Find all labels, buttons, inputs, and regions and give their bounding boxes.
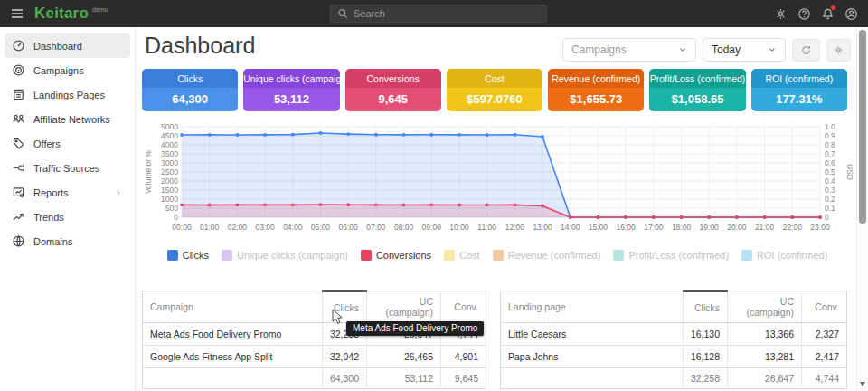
- sidebar-item-campaigns[interactable]: Campaigns: [5, 58, 130, 82]
- legend-item-clicks[interactable]: Clicks: [167, 250, 209, 261]
- notifications-icon[interactable]: [816, 0, 839, 27]
- search-input[interactable]: [354, 8, 540, 19]
- account-icon[interactable]: [839, 0, 863, 27]
- campaigns-filter-select[interactable]: Campaigns: [562, 38, 696, 62]
- sidebar-item-traffic-sources[interactable]: Traffic Sources: [5, 156, 130, 180]
- settings-icon[interactable]: [769, 0, 792, 27]
- metric-card-revenue-confirmed-: Revenue (confirmed)$1,655.73: [548, 69, 644, 111]
- column-header-clicks[interactable]: Clicks: [683, 291, 727, 323]
- table-cell: 26,465: [367, 346, 441, 368]
- legend-item-cost[interactable]: Cost: [444, 250, 480, 261]
- sidebar-item-affiliate-networks[interactable]: Affiliate Networks: [5, 107, 130, 131]
- scrollbar-down-arrow-icon[interactable]: [860, 382, 865, 386]
- svg-text:20:00: 20:00: [727, 223, 747, 232]
- column-header-uc-campaign-[interactable]: UC (campaign): [367, 291, 441, 323]
- sidebar-item-dashboard[interactable]: Dashboard: [5, 33, 130, 58]
- column-header-campaign[interactable]: Campaign: [143, 291, 323, 323]
- target-icon: [12, 63, 25, 77]
- sidebar-item-label: Campaigns: [33, 65, 123, 76]
- chevron-right-icon: [114, 188, 123, 197]
- topbar: Keitaro demo: [0, 0, 868, 27]
- legend-swatch: [444, 250, 455, 261]
- logo[interactable]: Keitaro demo: [34, 0, 108, 27]
- column-header-clicks[interactable]: Clicks: [322, 291, 366, 323]
- refresh-icon: [800, 44, 812, 56]
- sidebar-item-offers[interactable]: Offers: [5, 131, 130, 156]
- table-cell: Meta Ads Food Delivery Promo: [143, 323, 323, 346]
- totals-row: 64,30053,1129,645: [143, 368, 486, 389]
- legend-label: Unique clicks (campaign): [237, 250, 348, 261]
- totals-cell: [143, 368, 323, 389]
- legend-swatch: [741, 250, 752, 261]
- svg-text:12:00: 12:00: [505, 223, 525, 232]
- legend-item-unique-clicks-campaign-[interactable]: Unique clicks (campaign): [222, 250, 348, 261]
- metric-card-label: Cost: [447, 69, 542, 88]
- dashboard-settings-button[interactable]: [826, 39, 851, 62]
- metric-card-conversions: Conversions9,645: [345, 69, 441, 111]
- totals-cell: 26,647: [728, 368, 802, 389]
- metric-card-value: 9,645: [345, 88, 441, 111]
- metric-card-roi-confirmed-: ROI (confirmed)177.31%: [751, 69, 847, 111]
- legend-item-profit-loss-confirmed-[interactable]: Profit/Loss (confirmed): [613, 250, 729, 261]
- logo-badge: demo: [92, 6, 108, 13]
- legend-swatch: [361, 250, 372, 261]
- metric-card-label: Clicks: [142, 69, 238, 88]
- help-icon[interactable]: [792, 0, 816, 27]
- column-header-uc-campaign-[interactable]: UC (campaign): [728, 291, 802, 323]
- svg-text:2000: 2000: [161, 176, 178, 186]
- column-header-conv-[interactable]: Conv.: [441, 291, 486, 323]
- table-row[interactable]: Little Caesars16,13013,3662,327: [501, 323, 847, 346]
- split-icon: [12, 161, 25, 175]
- scrollbar-thumb[interactable]: [859, 30, 866, 224]
- legend-item-roi-confirmed-[interactable]: ROI (confirmed): [741, 250, 827, 261]
- menu-icon[interactable]: [4, 0, 31, 27]
- svg-text:0.8: 0.8: [825, 140, 835, 149]
- table-cell: 13,366: [728, 323, 802, 346]
- table-row[interactable]: Google Ads Fitness App Split32,04226,465…: [143, 346, 486, 368]
- metric-card-label: Profit/Loss (confirmed): [649, 69, 745, 88]
- svg-text:09:00: 09:00: [422, 223, 442, 232]
- legend-label: Profit/Loss (confirmed): [628, 250, 729, 261]
- svg-text:14:00: 14:00: [561, 223, 580, 232]
- gear-icon: [834, 45, 844, 55]
- sidebar-item-trends[interactable]: Trends: [5, 205, 130, 229]
- campaigns-table: CampaignClicksUC (campaign)Conv.Meta Ads…: [142, 290, 486, 389]
- sidebar-item-label: Affiliate Networks: [33, 114, 123, 125]
- svg-text:3000: 3000: [161, 158, 178, 167]
- svg-text:07:00: 07:00: [366, 223, 386, 232]
- period-value: Today: [712, 43, 741, 56]
- svg-text:08:00: 08:00: [394, 223, 414, 232]
- table-row[interactable]: Papa Johns16,12813,2812,417: [501, 346, 847, 368]
- svg-text:02:00: 02:00: [228, 223, 248, 232]
- metric-card-clicks: Clicks64,300: [142, 69, 238, 111]
- legend-item-conversions[interactable]: Conversions: [361, 250, 431, 261]
- metric-card-label: Conversions: [345, 69, 441, 88]
- sidebar-item-reports[interactable]: Reports: [5, 180, 130, 205]
- page-title: Dashboard: [145, 33, 255, 59]
- svg-text:15:00: 15:00: [589, 223, 609, 232]
- svg-text:1500: 1500: [161, 186, 178, 195]
- legend-item-revenue-confirmed-[interactable]: Revenue (confirmed): [493, 250, 601, 261]
- totals-cell: 32,258: [683, 368, 727, 389]
- svg-text:0.7: 0.7: [825, 149, 835, 158]
- report-icon: [12, 186, 25, 199]
- legend-swatch: [493, 250, 504, 261]
- period-select[interactable]: Today: [703, 38, 786, 62]
- metric-card-profit-loss-confirmed-: Profit/Loss (confirmed)$1,058.65: [649, 69, 745, 111]
- legend-label: Cost: [459, 250, 480, 261]
- sidebar-item-landings-pages[interactable]: Landings Pages: [5, 82, 130, 107]
- svg-text:18:00: 18:00: [672, 223, 692, 232]
- campaigns-filter-value: Campaigns: [571, 43, 627, 56]
- svg-text:0.1: 0.1: [825, 204, 835, 213]
- table-cell: 16,128: [683, 346, 727, 368]
- refresh-button[interactable]: [792, 39, 820, 62]
- search-bar[interactable]: [330, 5, 547, 23]
- sidebar-item-domains[interactable]: Domains: [5, 229, 130, 253]
- totals-cell: [501, 368, 684, 389]
- column-header-conv-[interactable]: Conv.: [802, 291, 847, 323]
- svg-text:11:00: 11:00: [477, 223, 496, 232]
- column-header-landing-page[interactable]: Landing page: [501, 291, 684, 323]
- sidebar-item-label: Landings Pages: [33, 90, 123, 100]
- logo-text: Keitaro: [34, 0, 89, 27]
- landing-pages-table: Landing pageClicksUC (campaign)Conv.Litt…: [500, 290, 847, 389]
